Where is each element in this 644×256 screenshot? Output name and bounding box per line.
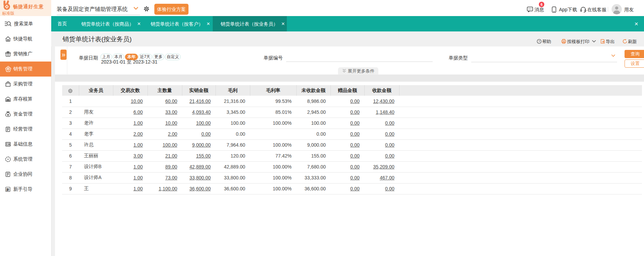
svg-text:新: 新 [6,188,10,191]
svg-text:?: ? [538,40,540,43]
